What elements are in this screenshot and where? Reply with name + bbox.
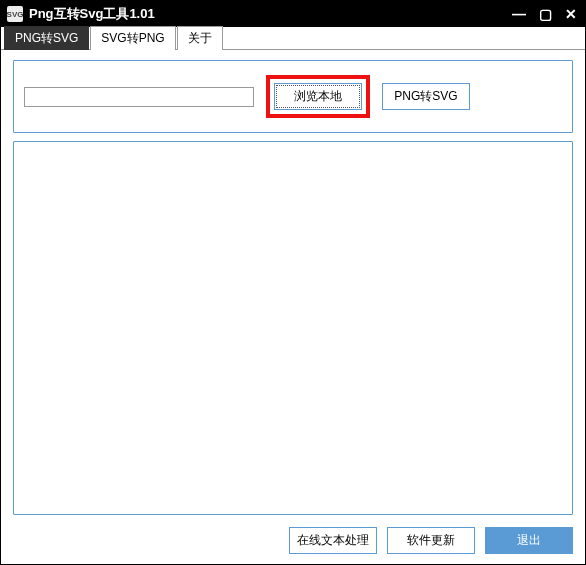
exit-button[interactable]: 退出: [485, 527, 573, 554]
footer-bar: 在线文本处理 软件更新 退出: [13, 523, 573, 556]
software-update-button[interactable]: 软件更新: [387, 527, 475, 554]
app-icon: SVG: [7, 6, 23, 22]
content-area: 浏览本地 PNG转SVG 在线文本处理 软件更新 退出: [1, 50, 585, 564]
window-title: Png互转Svg工具1.01: [29, 5, 511, 23]
input-panel: 浏览本地 PNG转SVG: [13, 60, 573, 133]
app-window: SVG Png互转Svg工具1.01 — ▢ ✕ PNG转SVG SVG转PNG…: [0, 0, 586, 565]
tab-png-to-svg[interactable]: PNG转SVG: [4, 26, 89, 50]
maximize-button[interactable]: ▢: [537, 6, 553, 22]
tab-svg-to-png[interactable]: SVG转PNG: [90, 26, 175, 50]
tab-bar: PNG转SVG SVG转PNG 关于: [1, 27, 585, 50]
file-path-input[interactable]: [24, 87, 254, 107]
preview-panel: [13, 141, 573, 515]
convert-button[interactable]: PNG转SVG: [382, 83, 470, 110]
window-controls: — ▢ ✕: [511, 6, 579, 22]
tab-about[interactable]: 关于: [177, 26, 223, 50]
online-text-button[interactable]: 在线文本处理: [289, 527, 377, 554]
browse-highlight: 浏览本地: [266, 75, 370, 118]
minimize-button[interactable]: —: [511, 6, 527, 22]
browse-button[interactable]: 浏览本地: [274, 83, 362, 110]
titlebar: SVG Png互转Svg工具1.01 — ▢ ✕: [1, 1, 585, 27]
close-button[interactable]: ✕: [563, 6, 579, 22]
